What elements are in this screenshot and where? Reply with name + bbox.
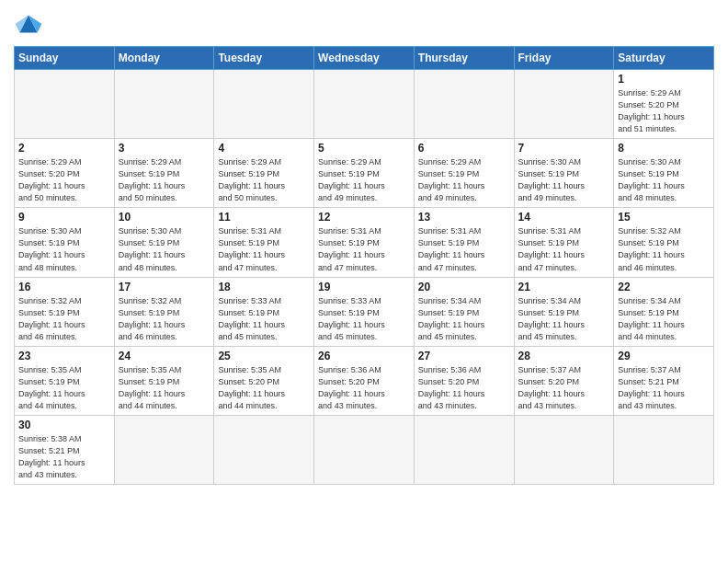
calendar-cell xyxy=(314,415,415,484)
day-info: Sunrise: 5:29 AM Sunset: 5:19 PM Dayligh… xyxy=(119,156,210,204)
day-info: Sunrise: 5:31 AM Sunset: 5:19 PM Dayligh… xyxy=(318,225,410,273)
day-info: Sunrise: 5:36 AM Sunset: 5:20 PM Dayligh… xyxy=(418,364,510,412)
day-number: 9 xyxy=(18,211,110,224)
day-number: 2 xyxy=(18,142,110,155)
calendar-cell xyxy=(114,70,214,139)
week-row-4: 23Sunrise: 5:35 AM Sunset: 5:19 PM Dayli… xyxy=(15,346,714,415)
day-number: 11 xyxy=(218,211,310,224)
day-number: 26 xyxy=(318,350,410,362)
day-info: Sunrise: 5:29 AM Sunset: 5:19 PM Dayligh… xyxy=(218,156,310,204)
day-info: Sunrise: 5:30 AM Sunset: 5:19 PM Dayligh… xyxy=(518,156,610,204)
day-number: 28 xyxy=(518,350,610,362)
calendar-cell xyxy=(15,70,115,139)
day-info: Sunrise: 5:34 AM Sunset: 5:19 PM Dayligh… xyxy=(418,295,510,343)
day-info: Sunrise: 5:31 AM Sunset: 5:19 PM Dayligh… xyxy=(218,225,310,273)
day-info: Sunrise: 5:29 AM Sunset: 5:19 PM Dayligh… xyxy=(418,156,510,204)
calendar-cell: 18Sunrise: 5:33 AM Sunset: 5:19 PM Dayli… xyxy=(214,277,314,346)
day-number: 22 xyxy=(618,281,710,293)
day-info: Sunrise: 5:30 AM Sunset: 5:19 PM Dayligh… xyxy=(119,225,210,273)
week-row-0: 1Sunrise: 5:29 AM Sunset: 5:20 PM Daylig… xyxy=(15,70,714,139)
day-number: 23 xyxy=(18,350,110,362)
calendar-cell: 15Sunrise: 5:32 AM Sunset: 5:19 PM Dayli… xyxy=(614,208,714,277)
calendar-cell: 12Sunrise: 5:31 AM Sunset: 5:19 PM Dayli… xyxy=(314,208,415,277)
day-number: 27 xyxy=(418,350,510,362)
day-info: Sunrise: 5:31 AM Sunset: 5:19 PM Dayligh… xyxy=(418,225,510,273)
day-number: 7 xyxy=(518,142,610,155)
calendar-cell: 24Sunrise: 5:35 AM Sunset: 5:19 PM Dayli… xyxy=(114,346,214,415)
calendar-cell xyxy=(514,70,614,139)
day-info: Sunrise: 5:36 AM Sunset: 5:20 PM Dayligh… xyxy=(318,364,410,412)
weekday-header-thursday: Thursday xyxy=(414,47,514,70)
logo xyxy=(14,9,47,39)
calendar: SundayMondayTuesdayWednesdayThursdayFrid… xyxy=(14,46,714,485)
calendar-cell: 14Sunrise: 5:31 AM Sunset: 5:19 PM Dayli… xyxy=(514,208,614,277)
calendar-cell: 10Sunrise: 5:30 AM Sunset: 5:19 PM Dayli… xyxy=(114,208,214,277)
day-number: 17 xyxy=(119,281,210,293)
calendar-cell: 27Sunrise: 5:36 AM Sunset: 5:20 PM Dayli… xyxy=(414,346,514,415)
calendar-cell xyxy=(414,70,514,139)
day-number: 21 xyxy=(518,281,610,293)
calendar-cell xyxy=(614,415,714,484)
calendar-cell: 21Sunrise: 5:34 AM Sunset: 5:19 PM Dayli… xyxy=(514,277,614,346)
header xyxy=(14,9,714,39)
calendar-cell: 2Sunrise: 5:29 AM Sunset: 5:20 PM Daylig… xyxy=(15,139,115,208)
day-info: Sunrise: 5:29 AM Sunset: 5:20 PM Dayligh… xyxy=(618,87,710,135)
day-number: 15 xyxy=(618,211,710,224)
day-info: Sunrise: 5:35 AM Sunset: 5:20 PM Dayligh… xyxy=(218,364,310,412)
day-number: 16 xyxy=(18,281,110,293)
calendar-cell: 3Sunrise: 5:29 AM Sunset: 5:19 PM Daylig… xyxy=(114,139,214,208)
day-number: 4 xyxy=(218,142,310,155)
calendar-cell: 28Sunrise: 5:37 AM Sunset: 5:20 PM Dayli… xyxy=(514,346,614,415)
calendar-cell xyxy=(414,415,514,484)
day-info: Sunrise: 5:34 AM Sunset: 5:19 PM Dayligh… xyxy=(518,295,610,343)
day-number: 6 xyxy=(418,142,510,155)
day-number: 30 xyxy=(18,419,110,431)
calendar-cell: 4Sunrise: 5:29 AM Sunset: 5:19 PM Daylig… xyxy=(214,139,314,208)
page: SundayMondayTuesdayWednesdayThursdayFrid… xyxy=(0,0,728,563)
day-info: Sunrise: 5:37 AM Sunset: 5:20 PM Dayligh… xyxy=(518,364,610,412)
day-number: 1 xyxy=(618,73,710,86)
day-number: 3 xyxy=(119,142,210,155)
day-info: Sunrise: 5:35 AM Sunset: 5:19 PM Dayligh… xyxy=(119,364,210,412)
calendar-cell: 22Sunrise: 5:34 AM Sunset: 5:19 PM Dayli… xyxy=(614,277,714,346)
calendar-cell: 1Sunrise: 5:29 AM Sunset: 5:20 PM Daylig… xyxy=(614,70,714,139)
calendar-cell: 9Sunrise: 5:30 AM Sunset: 5:19 PM Daylig… xyxy=(15,208,115,277)
calendar-cell: 26Sunrise: 5:36 AM Sunset: 5:20 PM Dayli… xyxy=(314,346,415,415)
calendar-cell: 5Sunrise: 5:29 AM Sunset: 5:19 PM Daylig… xyxy=(314,139,415,208)
day-info: Sunrise: 5:38 AM Sunset: 5:21 PM Dayligh… xyxy=(18,433,110,481)
day-number: 20 xyxy=(418,281,510,293)
day-number: 14 xyxy=(518,211,610,224)
calendar-cell: 11Sunrise: 5:31 AM Sunset: 5:19 PM Dayli… xyxy=(214,208,314,277)
day-info: Sunrise: 5:37 AM Sunset: 5:21 PM Dayligh… xyxy=(618,364,710,412)
calendar-cell xyxy=(214,415,314,484)
week-row-2: 9Sunrise: 5:30 AM Sunset: 5:19 PM Daylig… xyxy=(15,208,714,277)
day-number: 24 xyxy=(119,350,210,362)
day-number: 18 xyxy=(218,281,310,293)
day-number: 8 xyxy=(618,142,710,155)
weekday-header-monday: Monday xyxy=(114,47,214,70)
calendar-cell: 17Sunrise: 5:32 AM Sunset: 5:19 PM Dayli… xyxy=(114,277,214,346)
week-row-5: 30Sunrise: 5:38 AM Sunset: 5:21 PM Dayli… xyxy=(15,415,714,484)
day-number: 5 xyxy=(318,142,410,155)
day-info: Sunrise: 5:32 AM Sunset: 5:19 PM Dayligh… xyxy=(119,295,210,343)
weekday-header-wednesday: Wednesday xyxy=(314,47,415,70)
calendar-cell: 25Sunrise: 5:35 AM Sunset: 5:20 PM Dayli… xyxy=(214,346,314,415)
day-info: Sunrise: 5:30 AM Sunset: 5:19 PM Dayligh… xyxy=(18,225,110,273)
day-number: 19 xyxy=(318,281,410,293)
day-info: Sunrise: 5:30 AM Sunset: 5:19 PM Dayligh… xyxy=(618,156,710,204)
week-row-3: 16Sunrise: 5:32 AM Sunset: 5:19 PM Dayli… xyxy=(15,277,714,346)
day-info: Sunrise: 5:29 AM Sunset: 5:19 PM Dayligh… xyxy=(318,156,410,204)
calendar-cell: 23Sunrise: 5:35 AM Sunset: 5:19 PM Dayli… xyxy=(15,346,115,415)
calendar-cell: 19Sunrise: 5:33 AM Sunset: 5:19 PM Dayli… xyxy=(314,277,415,346)
calendar-cell xyxy=(514,415,614,484)
calendar-cell xyxy=(314,70,415,139)
day-info: Sunrise: 5:31 AM Sunset: 5:19 PM Dayligh… xyxy=(518,225,610,273)
weekday-header-saturday: Saturday xyxy=(614,47,714,70)
day-number: 13 xyxy=(418,211,510,224)
day-info: Sunrise: 5:32 AM Sunset: 5:19 PM Dayligh… xyxy=(618,225,710,273)
weekday-header-friday: Friday xyxy=(514,47,614,70)
day-number: 25 xyxy=(218,350,310,362)
generalblue-logo-icon xyxy=(14,9,43,39)
calendar-cell: 8Sunrise: 5:30 AM Sunset: 5:19 PM Daylig… xyxy=(614,139,714,208)
week-row-1: 2Sunrise: 5:29 AM Sunset: 5:20 PM Daylig… xyxy=(15,139,714,208)
